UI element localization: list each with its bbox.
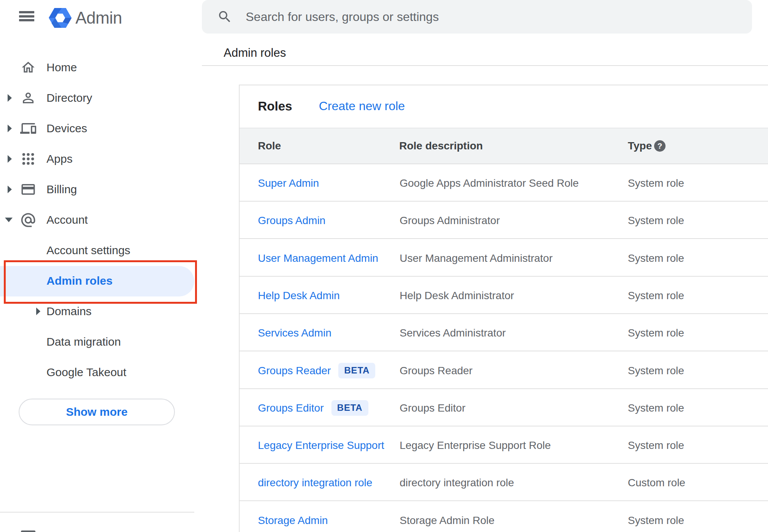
- role-link-cell: directory integration role: [258, 465, 372, 501]
- column-header-role: Role: [258, 128, 281, 163]
- breadcrumb-divider: [202, 65, 768, 66]
- role-type-cell: System role: [628, 502, 684, 532]
- sidebar-item-billing[interactable]: Billing: [0, 174, 197, 205]
- role-description-cell: User Management Administrator: [400, 240, 553, 277]
- role-link[interactable]: User Management Admin: [258, 252, 378, 264]
- devices-icon: [20, 120, 37, 137]
- role-link[interactable]: Super Admin: [258, 177, 319, 189]
- create-new-role-link[interactable]: Create new role: [319, 85, 405, 128]
- sidebar-item-label: Google Takeout: [46, 357, 126, 388]
- sidebar-item-google-takeout[interactable]: Google Takeout: [0, 357, 197, 388]
- annotation-highlight-rectangle: [4, 260, 197, 304]
- role-description-cell: Groups Administrator: [400, 202, 500, 239]
- role-link[interactable]: Groups Admin: [258, 215, 325, 227]
- person-icon: [20, 90, 37, 106]
- chevron-down-icon[interactable]: [5, 218, 13, 222]
- sidebar-cutoff-icon: [21, 530, 35, 532]
- role-type-cell: System role: [628, 315, 684, 351]
- role-link[interactable]: Help Desk Admin: [258, 290, 340, 302]
- table-row: Help Desk Admin Help Desk Administrator …: [240, 277, 768, 314]
- help-question-icon[interactable]: ?: [654, 140, 666, 152]
- role-link-cell: Services Admin: [258, 315, 331, 351]
- role-description-cell: Services Administrator: [400, 315, 506, 351]
- role-description-cell: Legacy Enterprise Support Role: [400, 427, 551, 464]
- table-row: Super Admin Google Apps Administrator Se…: [240, 164, 768, 202]
- role-link[interactable]: Groups Editor: [258, 402, 324, 414]
- credit-card-icon: [20, 181, 37, 198]
- role-type-cell: System role: [628, 353, 684, 389]
- chevron-right-icon[interactable]: [8, 155, 12, 163]
- role-link-cell: Groups Admin: [258, 202, 325, 239]
- chevron-right-icon[interactable]: [8, 125, 12, 132]
- role-description-cell: Groups Reader: [400, 353, 472, 389]
- table-row: User Management Admin User Management Ad…: [240, 239, 768, 277]
- sidebar-item-directory[interactable]: Directory: [0, 83, 197, 113]
- chevron-right-icon[interactable]: [36, 308, 40, 315]
- role-description-cell: directory integration role: [400, 465, 514, 501]
- beta-badge: BETA: [338, 363, 375, 378]
- beta-badge: BETA: [331, 400, 368, 416]
- role-link[interactable]: Legacy Enterprise Support: [258, 439, 384, 452]
- role-type-cell: System role: [628, 165, 684, 202]
- table-row: Groups EditorBETA Groups Editor System r…: [240, 389, 768, 426]
- role-type-cell: System role: [628, 202, 684, 239]
- role-link-cell: Groups EditorBETA: [258, 390, 368, 426]
- role-link-cell: Help Desk Admin: [258, 277, 340, 314]
- home-icon: [20, 59, 37, 76]
- role-type-cell: System role: [628, 427, 684, 464]
- search-input[interactable]: [246, 0, 733, 34]
- at-sign-icon: [20, 212, 37, 228]
- sidebar-item-label: Directory: [46, 83, 92, 113]
- table-row: Groups Admin Groups Administrator System…: [240, 202, 768, 239]
- column-header-role-description: Role description: [399, 128, 483, 163]
- role-link-cell: Super Admin: [258, 165, 319, 202]
- role-type-cell: System role: [628, 277, 684, 314]
- role-type-cell: System role: [628, 240, 684, 277]
- role-link-cell: Legacy Enterprise Support: [258, 427, 384, 464]
- sidebar-item-apps[interactable]: Apps: [0, 144, 197, 174]
- sidebar-item-label: Apps: [46, 144, 72, 174]
- column-header-type: Type: [628, 128, 652, 163]
- sidebar-item-label: Devices: [46, 113, 87, 144]
- search-bar[interactable]: [202, 0, 752, 34]
- table-row: Legacy Enterprise Support Legacy Enterpr…: [240, 426, 768, 464]
- role-description-cell: Storage Admin Role: [400, 502, 494, 532]
- role-link[interactable]: Storage Admin: [258, 514, 328, 527]
- table-row: Services Admin Services Administrator Sy…: [240, 314, 768, 351]
- card-title: Roles: [258, 85, 292, 128]
- sidebar-item-home[interactable]: Home: [0, 52, 197, 83]
- table-header-row: Role Role description Type ?: [240, 128, 768, 164]
- sidebar-item-label: Account: [46, 205, 88, 235]
- role-link[interactable]: Groups Reader: [258, 365, 331, 377]
- role-link[interactable]: Services Admin: [258, 327, 331, 339]
- menu-hamburger-icon[interactable]: [19, 11, 34, 21]
- role-link[interactable]: directory integration role: [258, 477, 372, 489]
- table-row: Storage Admin Storage Admin Role System …: [240, 502, 768, 532]
- role-description-cell: Google Apps Administrator Seed Role: [400, 165, 579, 202]
- table-row: directory integration role directory int…: [240, 464, 768, 501]
- chevron-right-icon[interactable]: [8, 94, 12, 102]
- role-link-cell: Storage Admin: [258, 502, 328, 532]
- apps-grid-icon: [20, 151, 37, 167]
- role-link-cell: Groups ReaderBETA: [258, 353, 375, 389]
- sidebar-item-label: Billing: [46, 174, 77, 205]
- table-row: Groups ReaderBETA Groups Reader System r…: [240, 352, 768, 389]
- sidebar-item-label: Home: [46, 52, 77, 83]
- sidebar-item-label: Data migration: [46, 327, 121, 357]
- role-description-cell: Help Desk Administrator: [400, 277, 514, 314]
- role-type-cell: Custom role: [628, 465, 685, 501]
- chevron-right-icon[interactable]: [8, 186, 12, 193]
- role-description-cell: Groups Editor: [400, 390, 466, 426]
- google-admin-logo-icon: [48, 6, 72, 30]
- sidebar-divider: [0, 512, 194, 513]
- show-more-button[interactable]: Show more: [19, 399, 175, 425]
- sidebar-item-account[interactable]: Account: [0, 205, 197, 235]
- sidebar-item-data-migration[interactable]: Data migration: [0, 327, 197, 357]
- breadcrumb: Admin roles: [224, 46, 286, 60]
- role-type-cell: System role: [628, 390, 684, 426]
- role-link-cell: User Management Admin: [258, 240, 378, 277]
- sidebar-item-devices[interactable]: Devices: [0, 113, 197, 144]
- product-title: Admin: [75, 8, 122, 27]
- search-icon: [217, 9, 232, 24]
